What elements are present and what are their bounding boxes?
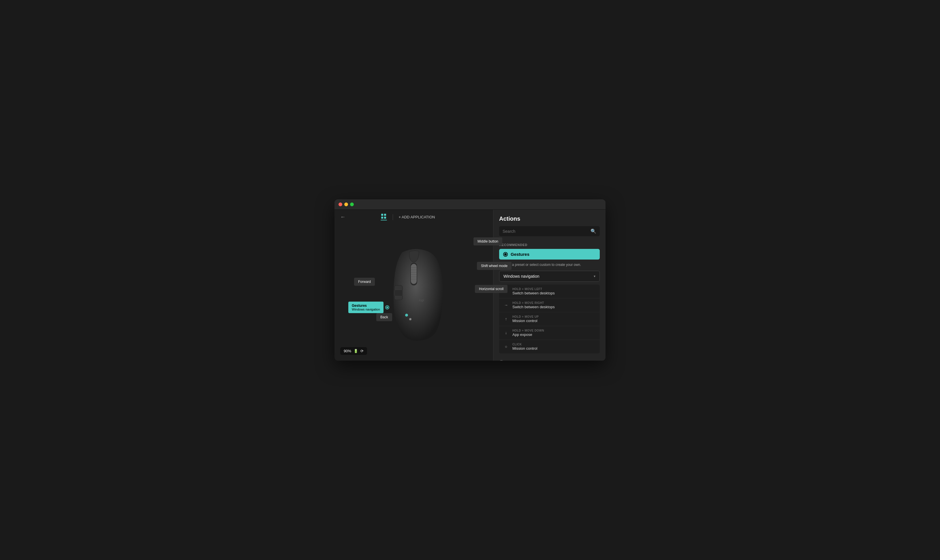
battery-info: 90% 🔋 ⟳ [340, 347, 367, 355]
actions-header: Actions 🔍 [493, 210, 605, 239]
gesture-action-item[interactable]: ← HOLD + MOVE LEFT Switch between deskto… [499, 285, 600, 298]
gesture-action-text: CLICK Mission control [512, 343, 537, 351]
gesture-action-text: HOLD + MOVE RIGHT Switch between desktop… [512, 301, 555, 309]
toolbar: ← + ADD APPLICATION [335, 210, 493, 225]
gestures-subtitle: Windows navigation [352, 308, 380, 311]
app-window: ← + ADD APPLICATION [335, 199, 605, 361]
gestures-dot [385, 305, 389, 309]
close-button[interactable] [338, 203, 342, 206]
search-input[interactable] [503, 229, 588, 234]
main-content: ← + ADD APPLICATION [335, 210, 605, 361]
traffic-lights [338, 203, 354, 206]
search-box[interactable]: 🔍 [499, 226, 600, 236]
other-item-mission-control[interactable]: Mission control [499, 357, 600, 361]
gestures-radio [503, 252, 508, 257]
gesture-actions-list: ← HOLD + MOVE LEFT Switch between deskto… [499, 285, 600, 354]
gestures-label[interactable]: Gestures Windows navigation [348, 302, 383, 313]
maximize-button[interactable] [350, 203, 354, 206]
right-panel: Actions 🔍 RECOMMENDED Gestures Choose a … [493, 210, 605, 361]
panel-scroll[interactable]: RECOMMENDED Gestures Choose a preset or … [493, 239, 605, 361]
gesture-hint: HOLD + MOVE RIGHT [512, 301, 555, 305]
gesture-action-text: HOLD + MOVE LEFT Switch between desktops [512, 288, 555, 295]
search-icon: 🔍 [591, 228, 596, 234]
gesture-name: App expose [512, 332, 544, 337]
toolbar-center: + ADD APPLICATION [381, 214, 435, 220]
gesture-action-item[interactable]: ↑ HOLD + MOVE UP Mission control [499, 312, 600, 326]
gestures-item-label: Gestures [511, 252, 529, 257]
other-item-label: Mission control [506, 360, 533, 361]
gesture-hint: CLICK [512, 343, 537, 346]
shift-wheel-label[interactable]: Shift wheel mode [477, 262, 511, 270]
apps-grid-icon [381, 214, 386, 218]
actions-title: Actions [499, 215, 600, 222]
arrow-up-icon: ↑ [503, 316, 509, 322]
horizontal-scroll-label[interactable]: Horizontal scroll [475, 285, 508, 293]
gesture-action-text: HOLD + MOVE DOWN App expose [512, 329, 544, 337]
gesture-hint: HOLD + MOVE LEFT [512, 288, 555, 291]
mouse-area: logi Middle button Shift wheel mode [335, 225, 493, 361]
battery-percent: 90% [344, 349, 351, 353]
back-button[interactable]: ← [340, 214, 346, 220]
forward-label[interactable]: Forward [354, 278, 375, 286]
chevron-down-icon: ▾ [594, 274, 596, 278]
recommended-section-label: RECOMMENDED [499, 243, 600, 246]
minimize-button[interactable] [344, 203, 348, 206]
other-radio [499, 360, 504, 361]
gesture-name: Mission control [512, 318, 539, 323]
gestures-radio-inner [504, 253, 506, 255]
gesture-action-text: HOLD + MOVE UP Mission control [512, 315, 539, 323]
apps-underline [381, 220, 387, 220]
gestures-title: Gestures [352, 304, 380, 308]
gesture-action-item[interactable]: ↓ HOLD + MOVE DOWN App expose [499, 326, 600, 340]
apps-icon-button[interactable] [381, 214, 387, 220]
wireless-icon: ⟳ [360, 349, 364, 353]
arrow-down-icon: ↓ [503, 330, 509, 335]
gesture-hint: HOLD + MOVE UP [512, 315, 539, 318]
gesture-action-item[interactable]: ○ CLICK Mission control [499, 340, 600, 354]
gestures-recommended-item[interactable]: Gestures [499, 249, 600, 260]
gesture-hint: HOLD + MOVE DOWN [512, 329, 544, 332]
gesture-name: Mission control [512, 346, 537, 351]
middle-button-label[interactable]: Middle button [474, 237, 502, 245]
back-label[interactable]: Back [376, 313, 392, 321]
click-icon: ○ [503, 344, 509, 349]
gesture-name: Switch between desktops [512, 305, 555, 309]
toolbar-separator [393, 214, 393, 220]
preset-dropdown[interactable]: Windows navigation ▾ [499, 271, 600, 282]
left-panel: ← + ADD APPLICATION [335, 210, 493, 361]
battery-icon: 🔋 [353, 349, 358, 353]
titlebar [335, 199, 605, 210]
gesture-name: Switch between desktops [512, 291, 555, 295]
arrow-right-icon: → [503, 302, 509, 308]
add-application-button[interactable]: + ADD APPLICATION [399, 215, 435, 219]
preset-description: Choose a preset or select custom to crea… [499, 262, 600, 267]
dropdown-value: Windows navigation [503, 274, 540, 278]
gesture-action-item[interactable]: → HOLD + MOVE RIGHT Switch between deskt… [499, 298, 600, 312]
